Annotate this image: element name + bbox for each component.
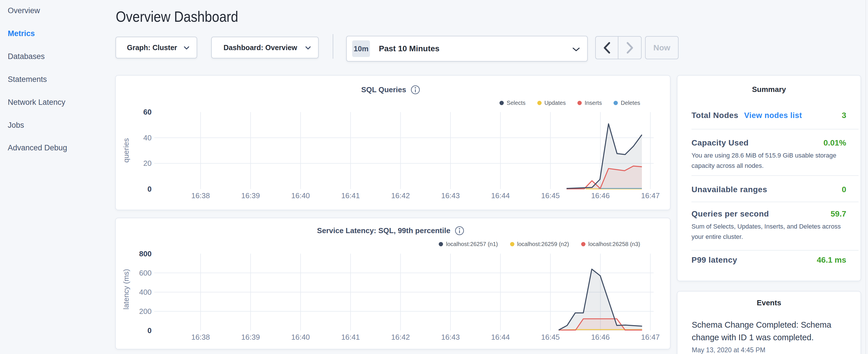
svg-text:40: 40 (143, 133, 152, 142)
svg-text:16:43: 16:43 (441, 333, 460, 342)
svg-text:queries: queries (122, 138, 130, 162)
svg-text:16:47: 16:47 (641, 333, 660, 342)
svg-text:16:41: 16:41 (341, 191, 360, 200)
svg-text:60: 60 (143, 108, 152, 116)
svg-text:16:42: 16:42 (391, 191, 410, 200)
svg-text:16:42: 16:42 (391, 333, 410, 342)
svg-text:16:43: 16:43 (441, 191, 460, 200)
svg-text:0: 0 (148, 326, 152, 335)
svg-text:16:44: 16:44 (491, 191, 510, 200)
svg-text:16:40: 16:40 (291, 191, 310, 200)
svg-text:16:44: 16:44 (491, 333, 510, 342)
svg-text:16:45: 16:45 (541, 333, 560, 342)
svg-text:16:41: 16:41 (341, 333, 360, 342)
svg-text:16:45: 16:45 (541, 191, 560, 200)
svg-text:16:39: 16:39 (241, 333, 260, 342)
svg-text:400: 400 (139, 288, 152, 296)
svg-text:16:46: 16:46 (591, 333, 610, 342)
svg-text:16:47: 16:47 (641, 191, 660, 200)
svg-text:16:38: 16:38 (191, 333, 210, 342)
svg-text:latency (ms): latency (ms) (122, 269, 130, 310)
svg-text:16:40: 16:40 (291, 333, 310, 342)
svg-text:800: 800 (139, 250, 152, 258)
svg-text:600: 600 (139, 269, 152, 277)
svg-text:200: 200 (139, 307, 152, 316)
svg-text:16:38: 16:38 (191, 191, 210, 200)
svg-text:20: 20 (143, 159, 152, 167)
svg-text:16:39: 16:39 (241, 191, 260, 200)
svg-text:16:46: 16:46 (591, 191, 610, 200)
svg-text:0: 0 (148, 185, 152, 193)
